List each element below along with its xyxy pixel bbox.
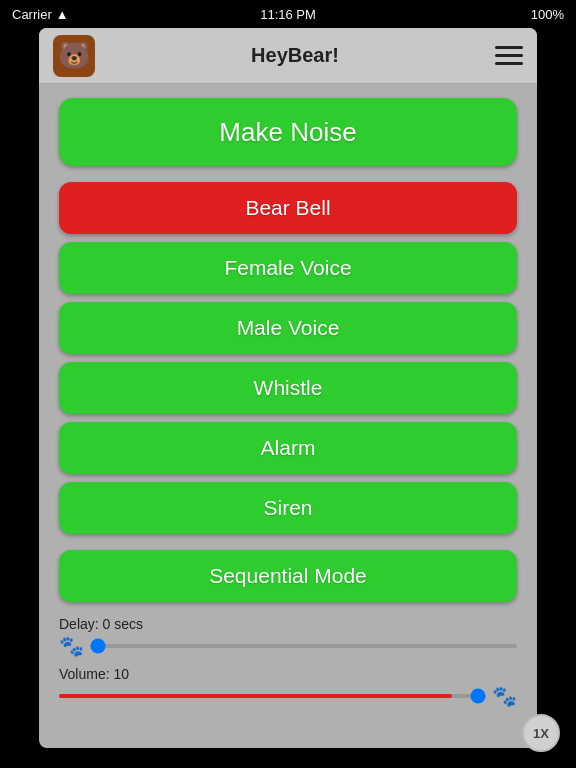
wifi-icon: ▲ — [56, 7, 69, 22]
volume-slider-track — [59, 694, 486, 698]
bear-bell-button[interactable]: Bear Bell — [59, 182, 517, 234]
delay-slider-row: Delay: 0 secs 🐾 — [59, 616, 517, 658]
carrier-label: Carrier — [12, 7, 52, 22]
hamburger-line-2 — [495, 54, 523, 57]
header: 🐻 HeyBear! — [39, 28, 537, 84]
status-left: Carrier ▲ — [12, 7, 69, 22]
status-bar: Carrier ▲ 11:16 PM 100% — [0, 0, 576, 28]
hamburger-line-3 — [495, 62, 523, 65]
speed-badge[interactable]: 1X — [522, 714, 560, 752]
app-container: 🐻 HeyBear! Make Noise Bear Bell Female V… — [39, 28, 537, 748]
delay-slider-track — [90, 644, 517, 648]
battery-label: 100% — [531, 7, 564, 22]
siren-button[interactable]: Siren — [59, 482, 517, 534]
whistle-button[interactable]: Whistle — [59, 362, 517, 414]
delay-slider-wrap: 🐾 — [59, 634, 517, 658]
delay-slider-input[interactable] — [90, 644, 517, 648]
app-logo: 🐻 — [53, 35, 95, 77]
alarm-button[interactable]: Alarm — [59, 422, 517, 474]
status-time: 11:16 PM — [260, 7, 316, 22]
sliders-section: Delay: 0 secs 🐾 Volume: 10 🐾 — [59, 612, 517, 724]
menu-button[interactable] — [495, 46, 523, 65]
female-voice-button[interactable]: Female Voice — [59, 242, 517, 294]
paw-icon-volume: 🐾 — [492, 684, 517, 708]
sequential-mode-button[interactable]: Sequential Mode — [59, 550, 517, 602]
hamburger-line-1 — [495, 46, 523, 49]
status-right: 100% — [531, 7, 564, 22]
paw-icon-delay: 🐾 — [59, 634, 84, 658]
make-noise-button[interactable]: Make Noise — [59, 98, 517, 166]
male-voice-button[interactable]: Male Voice — [59, 302, 517, 354]
app-title: HeyBear! — [251, 44, 339, 67]
volume-slider-wrap: 🐾 — [59, 684, 517, 708]
volume-label: Volume: 10 — [59, 666, 517, 682]
volume-slider-input[interactable] — [59, 694, 486, 698]
content-area: Make Noise Bear Bell Female Voice Male V… — [39, 84, 537, 748]
volume-slider-row: Volume: 10 🐾 — [59, 666, 517, 708]
delay-label: Delay: 0 secs — [59, 616, 517, 632]
